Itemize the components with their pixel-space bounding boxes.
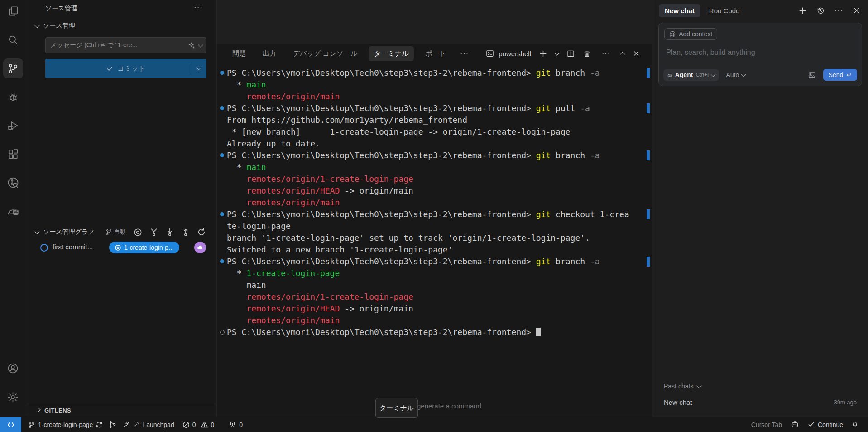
debug-icon[interactable] xyxy=(0,86,26,108)
command-decoration-icon[interactable] xyxy=(220,153,224,157)
graph-section-label: ソース管理グラフ xyxy=(43,228,95,236)
chevron-down-icon[interactable] xyxy=(554,50,559,55)
notifications-bell-icon[interactable] xyxy=(849,417,861,432)
tab-problems[interactable]: 問題 xyxy=(227,46,251,61)
tab-ports[interactable]: ポート xyxy=(420,46,451,61)
gitlens-label: GITLENS xyxy=(44,407,71,414)
push-icon[interactable] xyxy=(182,228,190,236)
past-chats-label: Past chats xyxy=(664,383,693,390)
chat-more-actions[interactable]: ··· xyxy=(834,6,843,15)
extension-robot-icon[interactable] xyxy=(788,417,802,432)
new-chat-icon[interactable] xyxy=(798,6,807,15)
target-icon xyxy=(115,244,121,251)
command-decoration-icon[interactable] xyxy=(220,106,224,110)
refresh-icon[interactable] xyxy=(197,228,206,236)
source-control-icon[interactable] xyxy=(0,57,26,80)
terminal-line: * main xyxy=(217,79,646,91)
terminal-line: remotes/origin/HEAD -> origin/main xyxy=(217,303,646,315)
accounts-icon[interactable] xyxy=(0,357,26,379)
chevron-down-icon[interactable] xyxy=(196,65,201,70)
terminal-line: Switched to a new branch '1-create-login… xyxy=(217,244,646,256)
source-control-graph-header[interactable]: ソース管理グラフ 自動 xyxy=(35,225,212,239)
graph-status-button[interactable] xyxy=(107,417,118,432)
database-icon[interactable] xyxy=(0,200,26,223)
broadcast-icon xyxy=(229,421,236,428)
history-icon[interactable] xyxy=(816,6,825,15)
image-icon[interactable] xyxy=(808,71,816,79)
terminal-line: remotes/origin/1-create-login-page xyxy=(217,291,646,303)
remote-indicator[interactable] xyxy=(0,417,21,432)
cursor-tab-status[interactable]: Cursor Tab xyxy=(747,417,786,432)
branch-badge[interactable]: 1-create-login-p... xyxy=(109,242,179,253)
branch-status[interactable]: 1-create-login-page xyxy=(24,417,107,432)
send-button[interactable]: Send ↵ xyxy=(823,69,857,81)
scrollbar-decoration xyxy=(647,209,650,219)
chat-history-title: New chat xyxy=(664,398,692,406)
pull-icon[interactable] xyxy=(166,228,174,236)
launchpad-status[interactable]: Launchpad xyxy=(118,417,178,432)
search-icon[interactable] xyxy=(0,29,26,51)
sparkle-icon[interactable] xyxy=(188,42,196,49)
terminal-line: PS C:\Users\ymori\Desktop\Tech0\step3\st… xyxy=(217,150,646,161)
error-count: 0 xyxy=(192,421,196,428)
tab-terminal[interactable]: ターミナル xyxy=(369,46,414,61)
maximize-panel-icon[interactable] xyxy=(620,52,625,57)
split-terminal-icon[interactable] xyxy=(566,49,575,58)
shell-name[interactable]: powershell xyxy=(499,50,531,58)
settings-icon[interactable] xyxy=(0,386,26,408)
target-icon[interactable] xyxy=(134,228,142,237)
agent-mode-selector[interactable]: ∞ Agent Ctrl+I xyxy=(663,69,719,81)
extensions-icon[interactable] xyxy=(0,143,26,165)
past-chats-toggle[interactable]: Past chats xyxy=(664,383,701,390)
section-source-control[interactable]: ソース管理 xyxy=(35,22,75,30)
sidebar-more-actions[interactable]: ··· xyxy=(194,3,203,12)
gitlens-icon[interactable] xyxy=(0,171,26,194)
command-decoration-icon[interactable] xyxy=(220,71,224,75)
sync-icon xyxy=(96,421,103,428)
editor-empty-area xyxy=(217,0,652,44)
kill-terminal-icon[interactable] xyxy=(583,49,591,58)
command-running-indicator[interactable] xyxy=(220,330,225,335)
panel-tabs-more[interactable]: ··· xyxy=(457,49,471,58)
command-decoration-icon[interactable] xyxy=(220,212,224,216)
tab-roo-code[interactable]: Roo Code xyxy=(709,7,740,15)
terminal-output[interactable]: PS C:\Users\ymori\Desktop\Tech0\step3\st… xyxy=(217,67,646,338)
tab-debug-console[interactable]: デバッグ コンソール xyxy=(288,46,363,61)
chevron-down-icon[interactable] xyxy=(198,42,203,47)
terminal-more-actions[interactable]: ··· xyxy=(599,49,613,58)
chevron-down-icon xyxy=(711,72,716,77)
agent-label: Agent xyxy=(675,71,693,78)
explorer-icon[interactable] xyxy=(0,0,26,23)
add-context-button[interactable]: @ Add context xyxy=(664,28,717,40)
new-terminal-icon[interactable] xyxy=(539,49,547,58)
cloud-badge[interactable] xyxy=(194,242,206,253)
chevron-down-icon xyxy=(34,229,39,234)
command-decoration-icon[interactable] xyxy=(220,259,224,263)
run-and-debug-icon[interactable] xyxy=(0,114,26,137)
chat-history-item[interactable]: New chat 39m ago xyxy=(664,398,857,406)
launchpad-label: Launchpad xyxy=(143,421,174,428)
close-icon[interactable] xyxy=(853,6,861,15)
status-bar: 1-create-login-page Launchpad 0 0 0 Curs… xyxy=(0,417,868,432)
warning-icon xyxy=(201,421,208,428)
broadcast-status[interactable]: 0 xyxy=(225,417,247,432)
continue-status[interactable]: Continue xyxy=(804,417,847,432)
commit-message-input[interactable]: メッセージ (Ctrl+⏎ で "1-cre... xyxy=(45,37,206,53)
auto-toggle[interactable]: 自動 xyxy=(106,228,126,236)
close-panel-icon[interactable] xyxy=(632,49,640,58)
commit-button-label: コミット xyxy=(117,64,145,73)
git-graph-icon xyxy=(109,421,116,428)
problems-status[interactable]: 0 0 xyxy=(178,417,219,432)
terminal-line: PS C:\Users\ymori\Desktop\Tech0\step3\st… xyxy=(217,256,646,267)
fetch-icon[interactable] xyxy=(150,228,158,236)
commit-node-icon xyxy=(40,244,48,252)
graph-commit-row[interactable]: first commit... 1-create-login-p... xyxy=(26,241,216,254)
tab-new-chat[interactable]: New chat xyxy=(659,4,700,17)
gitlens-section[interactable]: GITLENS xyxy=(26,403,216,417)
commit-button[interactable]: コミット xyxy=(45,59,206,78)
chat-input-box[interactable]: @ Add context Plan, search, build anythi… xyxy=(658,23,862,86)
branch-icon xyxy=(106,229,112,236)
model-selector[interactable]: Auto xyxy=(726,71,745,78)
tab-output[interactable]: 出力 xyxy=(257,46,282,61)
terminal-line: PS C:\Users\ymori\Desktop\Tech0\step3\st… xyxy=(217,67,646,79)
